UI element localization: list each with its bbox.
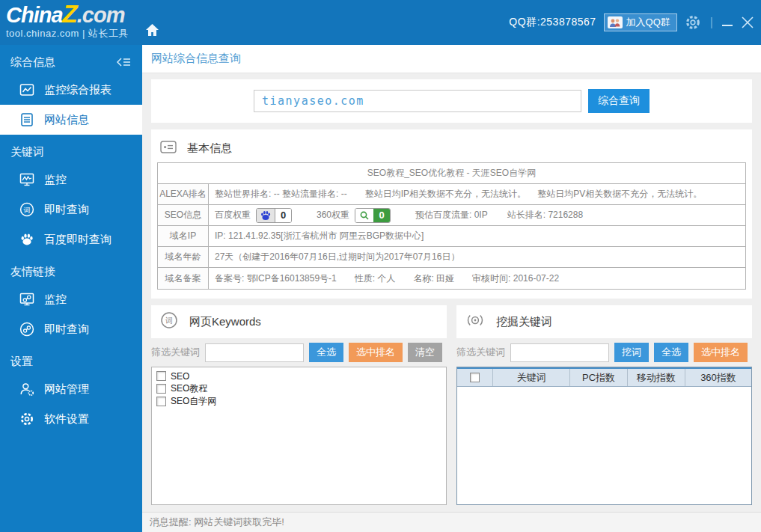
list-item[interactable]: SEO (156, 370, 441, 382)
select-all-checkbox[interactable] (470, 373, 480, 382)
clear-button[interactable]: 清空 (408, 343, 442, 362)
sidebar-item-label: 监控 (44, 173, 67, 187)
sidebar-item-label: 软件设置 (44, 412, 89, 426)
domain-age-row: 域名年龄 27天（创建于2016年07月16日,过期时间为2017年07月16日… (158, 247, 745, 268)
qq-people-icon (608, 16, 623, 28)
query-button[interactable]: 综合查询 (588, 89, 650, 113)
column-header-360-index: 360指数 (685, 369, 751, 386)
user-gear-icon (19, 382, 34, 397)
rank-selected-button[interactable]: 选中排名 (694, 343, 748, 362)
page-keywords-title: 网页Keywords (189, 315, 261, 329)
sidebar-item-label: 即时查询 (44, 203, 89, 217)
keyword-checkbox[interactable] (156, 384, 166, 394)
header-separator: | (709, 16, 715, 29)
sidebar-section-overview-label: 综合信息 (10, 55, 55, 70)
alexa-value: 整站世界排名: -- 整站流量排名: -- 整站日均IP相关数据不充分，无法统计… (209, 184, 745, 204)
svg-text:词: 词 (23, 207, 31, 214)
keyword-label: SEO教程 (171, 382, 207, 395)
alexa-label: ALEXA排名 (158, 184, 209, 204)
mining-filter-input[interactable] (510, 343, 609, 362)
seo-info-row: SEO信息 百度权重 0 360权重 (158, 205, 745, 226)
list-item[interactable]: SEO教程 (156, 382, 441, 395)
status-message: 消息提醒: 网站关键词获取完毕! (150, 516, 284, 529)
keyword-checkbox[interactable] (156, 397, 166, 406)
sidebar-item-link-monitor[interactable]: 监控 (0, 284, 142, 314)
join-qq-label: 加入QQ群 (626, 16, 670, 29)
weight360-value: 0 (373, 208, 390, 223)
sidebar-item-keyword-query[interactable]: 词 即时查询 (0, 195, 142, 224)
logo-part-z: Z (63, 0, 77, 28)
sidebar-item-link-query[interactable]: 即时查询 (0, 314, 142, 344)
select-all-button[interactable]: 全选 (309, 343, 343, 362)
site-title: SEO教程_SEO优化教程 - 天涯SEO自学网 (158, 163, 745, 184)
select-all-button[interactable]: 全选 (654, 343, 688, 362)
rank-selected-button[interactable]: 选中排名 (349, 343, 403, 362)
svg-text:词: 词 (165, 317, 173, 325)
basic-info-table: SEO教程_SEO优化教程 - 天涯SEO自学网 ALEXA排名 整站世界排名:… (157, 162, 746, 290)
sidebar-section-settings: 设置 (0, 349, 142, 374)
radar-icon (465, 311, 485, 332)
mining-table: 关键词 PC指数 移动指数 360指数 (456, 367, 752, 505)
keyword-label: SEO (171, 371, 189, 382)
sidebar-item-baidu-query[interactable]: 百度即时查询 (0, 224, 142, 254)
sidebar-item-label: 即时查询 (44, 322, 89, 337)
logo-text: ChinaZ.com (6, 2, 129, 27)
page-title: 网站综合信息查询 (151, 52, 241, 66)
sidebar-item-soft-settings[interactable]: 软件设置 (0, 404, 142, 434)
baidu-paw-icon (257, 208, 275, 223)
domain-age-value: 27天（创建于2016年07月16日,过期时间为2017年07月16日） (209, 247, 745, 267)
word-circle-icon: 词 (19, 202, 34, 217)
close-button[interactable] (740, 15, 755, 30)
gear-icon (19, 412, 34, 426)
sidebar-item-keyword-monitor[interactable]: 监控 (0, 165, 142, 195)
sidebar-item-site-manage[interactable]: 网站管理 (0, 374, 142, 404)
page-titlebar: 网站综合信息查询 (142, 45, 761, 73)
baidu-weight-badge: 0 (256, 208, 292, 223)
dig-words-button[interactable]: 挖词 (614, 343, 649, 362)
logo-part-china: China (6, 3, 63, 27)
qq-group-label: QQ群:253878567 (509, 16, 596, 29)
filter-keywords-input[interactable] (205, 343, 304, 362)
column-header-pc-index: PC指数 (570, 369, 628, 386)
sidebar-item-monitor-report[interactable]: 监控综合报表 (0, 75, 142, 105)
sidebar-item-site-info[interactable]: 网站信息 (0, 105, 142, 135)
monitor-wave-icon (19, 172, 34, 187)
basic-info-title: 基本信息 (187, 141, 232, 156)
basic-info-icon (160, 139, 177, 158)
keyword-checkbox[interactable] (156, 371, 166, 381)
sidebar-collapse-icon[interactable] (115, 55, 132, 70)
mining-keywords-title: 挖掘关键词 (496, 315, 552, 329)
sidebar-section-overview: 综合信息 (0, 49, 142, 75)
settings-gear-icon[interactable] (685, 14, 701, 31)
main-area: 网站综合信息查询 综合查询 基本信息 SEO教程_SEO优化教程 - 天涯SEO… (142, 45, 761, 532)
page-keywords-panel: 词 网页Keywords 筛选关键词 全选 选中排名 清空 SEO (151, 305, 447, 505)
join-qq-button[interactable]: 加入QQ群 (604, 13, 677, 31)
weight360-label: 360权重 (317, 209, 349, 221)
chinaz-logo: ChinaZ.com tool.chinaz.com | 站长工具 (6, 2, 129, 40)
domain-ip-row: 域名IP IP: 121.41.92.35[浙江省杭州市 阿里云BGP数据中心] (158, 226, 745, 247)
sidebar: 综合信息 监控综合报表 网站信息 关键词 监控 词 即时查询 百度 (0, 45, 142, 532)
filter-keywords-label: 筛选关键词 (456, 346, 505, 359)
list-item[interactable]: SEO自学网 (156, 395, 441, 408)
sidebar-item-label: 网站管理 (44, 382, 89, 397)
sidebar-item-label: 监控 (44, 293, 67, 307)
domain-ip-label: 域名IP (158, 226, 209, 246)
link-circle-icon (19, 322, 34, 337)
filter-keywords-label: 筛选关键词 (151, 346, 200, 359)
status-bar: 消息提醒: 网站关键词获取完毕! (142, 512, 761, 532)
link-monitor-icon (19, 292, 34, 307)
home-icon[interactable] (145, 23, 159, 40)
baidu-weight-label: 百度权重 (215, 209, 251, 221)
keyword-label: SEO自学网 (171, 395, 216, 408)
sidebar-item-label: 百度即时查询 (44, 233, 111, 247)
domain-ip-value: IP: 121.41.92.35[浙江省杭州市 阿里云BGP数据中心] (209, 226, 745, 246)
document-icon (19, 112, 34, 127)
sidebar-section-links: 友情链接 (0, 259, 142, 284)
keywords-list: SEO SEO教程 SEO自学网 (151, 367, 447, 505)
domain-input[interactable] (254, 90, 581, 112)
webmaster-rank: 站长排名: 7216288 (507, 209, 583, 221)
sidebar-section-keywords-label: 关键词 (10, 145, 44, 159)
minimize-button[interactable] (722, 25, 733, 26)
icp-label: 域名备案 (158, 268, 209, 289)
search-panel: 综合查询 (151, 79, 752, 123)
